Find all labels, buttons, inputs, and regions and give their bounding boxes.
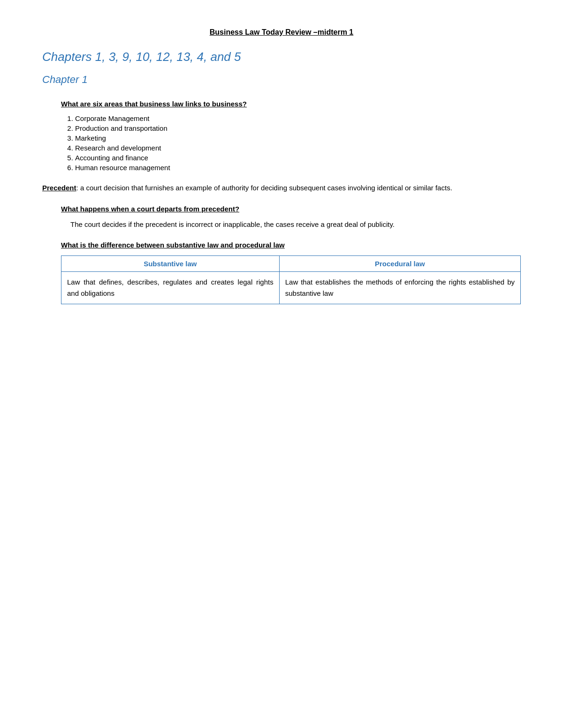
- list-item: Research and development: [75, 144, 521, 152]
- question-3: What is the difference between substanti…: [61, 241, 521, 249]
- question-2: What happens when a court departs from p…: [61, 205, 521, 213]
- list-item: Human resource management: [75, 164, 521, 172]
- precedent-text: : a court decision that furnishes an exa…: [76, 184, 452, 192]
- substantive-law-content: Law that defines, describes, regulates a…: [61, 272, 280, 304]
- chapters-heading: Chapters 1, 3, 9, 10, 12, 13, 4, and 5: [42, 50, 521, 64]
- question-1: What are six areas that business law lin…: [61, 100, 521, 108]
- list-item: Accounting and finance: [75, 154, 521, 162]
- procedural-law-content: Law that establishes the methods of enfo…: [279, 272, 520, 304]
- col2-header: Procedural law: [279, 256, 520, 272]
- list-item: Marketing: [75, 134, 521, 142]
- business-areas-list: Corporate ManagementProduction and trans…: [75, 114, 521, 172]
- col1-header: Substantive law: [61, 256, 280, 272]
- chapter1-heading: Chapter 1: [42, 74, 521, 86]
- precedent-term: Precedent: [42, 184, 76, 192]
- table-row: Law that defines, describes, regulates a…: [61, 272, 521, 304]
- precedent-definition: Precedent: a court decision that furnish…: [42, 183, 521, 194]
- list-item: Corporate Management: [75, 114, 521, 122]
- list-item: Production and transportation: [75, 124, 521, 132]
- question-2-answer: The court decides if the precedent is in…: [70, 219, 521, 230]
- law-comparison-table: Substantive law Procedural law Law that …: [61, 255, 521, 304]
- page-title: Business Law Today Review –midterm 1: [42, 28, 521, 37]
